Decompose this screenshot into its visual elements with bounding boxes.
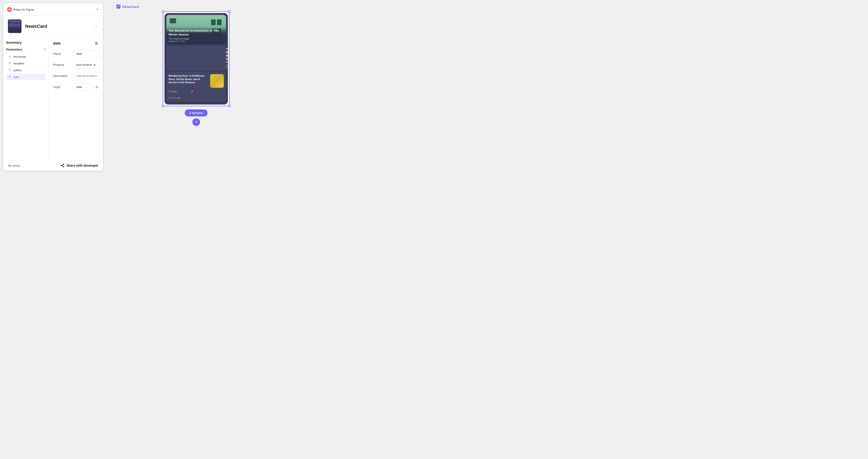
text-icon-author: T [8, 68, 11, 72]
parameters-label: Parameters [6, 48, 22, 51]
svg-line-4 [62, 164, 63, 166]
canvas-component-label: NewsCard [116, 4, 139, 8]
layer-value: date [73, 83, 93, 91]
param-item-author[interactable]: T author [6, 67, 46, 73]
delete-button[interactable]: 🗑 [95, 41, 98, 45]
news-item-title-1: The New Method to Making Breakfast Crepe… [226, 48, 228, 64]
image-icon: ⊡ [8, 55, 11, 58]
selection-frame: The Wonderful Architectures of This Wint… [163, 11, 230, 106]
featured-content: The Wonderful Architectures of This Wint… [166, 27, 226, 44]
param-label-thumbnail: thumbnail [13, 55, 26, 58]
news-item-2: Wondering Hour: A Childhood Story, Grizz… [166, 72, 226, 102]
property-select-wrapper: text-content [73, 61, 98, 68]
description-field-row: Description [53, 72, 98, 80]
description-input[interactable] [73, 72, 103, 80]
svg-rect-7 [119, 5, 120, 6]
news-item-title-2: Wondering Hour: A Childhood Story, Grizz… [168, 74, 209, 84]
param-label-headline: headline [13, 62, 24, 65]
param-item-headline[interactable]: T headline [6, 60, 46, 66]
canvas-area: NewsCard [103, 0, 289, 181]
variants-badge[interactable]: 3 Variants [185, 110, 208, 117]
add-variant-button[interactable]: + [192, 118, 200, 126]
summary-sidebar: Summary Parameters + ⊡ thumbnail T headl… [3, 37, 49, 160]
app-header: Relay for Figma × [3, 3, 103, 16]
property-label: Property [53, 63, 73, 66]
layer-field-row: Layer date ⊕ [53, 83, 98, 91]
add-parameter-button[interactable]: + [43, 48, 46, 51]
target-icon[interactable]: ⊕ [95, 85, 98, 89]
featured-source: The Seasonal Sagas [168, 37, 224, 40]
no-errors-label: No errors [8, 164, 20, 167]
close-button[interactable]: × [95, 6, 99, 12]
component-info: NewsCard [8, 20, 47, 33]
text-icon-headline: T [8, 61, 11, 65]
news-item-date-2: 4 hours ago [168, 96, 181, 99]
svg-line-5 [62, 165, 63, 166]
param-item-date[interactable]: T date [6, 74, 46, 80]
share-icon [61, 163, 65, 167]
svg-point-2 [63, 166, 64, 167]
corner-handle-br [228, 105, 230, 107]
featured-date: August 25, 2021 [168, 40, 224, 42]
param-label-author: author [13, 68, 22, 72]
param-item-thumbnail[interactable]: ⊡ thumbnail [6, 53, 46, 60]
svg-rect-6 [117, 6, 119, 7]
component-label-icon [116, 4, 121, 8]
featured-title: The Wonderful Architectures of This Wint… [168, 29, 224, 37]
large-item-row: Wondering Hour: A Childhood Story, Grizz… [168, 74, 224, 88]
news-item-1: The New Method to Making Breakfast Crepe… [166, 46, 226, 70]
svg-point-3 [61, 165, 62, 166]
corner-handle-tl [162, 10, 164, 13]
canvas-component-name: NewsCard [122, 5, 139, 8]
variants-section: 3 Variants + [185, 110, 208, 126]
name-field-row: Name [53, 50, 98, 57]
param-label-date: date [13, 75, 19, 79]
left-panel: Relay for Figma × NewsCard ⋯ Summary Par… [3, 3, 103, 171]
detail-header: date 🗑 [53, 41, 98, 45]
panel-footer: No errors Share with developer [3, 160, 103, 171]
component-thumbnail [8, 20, 22, 33]
description-label: Description [53, 74, 73, 78]
app-title: Relay for Figma [13, 8, 34, 11]
news-item-meta-1: Morning Break November 10, 2021 [226, 64, 228, 69]
text-icon-date: T [8, 75, 11, 79]
news-card: The Wonderful Architectures of This Wint… [164, 13, 228, 104]
detail-panel: date 🗑 Name Property text-content Descri [49, 37, 103, 160]
header-left: Relay for Figma [7, 7, 34, 12]
news-items: The New Method to Making Breakfast Crepe… [164, 44, 228, 104]
name-label: Name [53, 52, 73, 55]
large-date-row: 4 hours ago ⋮ [168, 96, 224, 99]
corner-handle-bl [162, 105, 164, 107]
name-input[interactable] [73, 50, 103, 57]
news-item-source-2: The Bees [168, 90, 178, 93]
more-button[interactable]: ⋯ [94, 24, 98, 29]
relay-icon [7, 7, 12, 12]
layer-label: Layer [53, 85, 73, 89]
panel-body: Summary Parameters + ⊡ thumbnail T headl… [3, 37, 103, 160]
news-item-thumb-bees [210, 74, 224, 88]
property-field-row: Property text-content [53, 61, 98, 68]
component-header: NewsCard ⋯ [3, 16, 103, 37]
component-name: NewsCard [25, 24, 47, 29]
large-item-text: Wondering Hour: A Childhood Story, Grizz… [168, 74, 209, 85]
parameters-header: Parameters + [6, 48, 46, 51]
svg-point-1 [63, 164, 64, 165]
news-item-source-1: Morning Break [226, 64, 228, 69]
property-select[interactable]: text-content [73, 61, 95, 68]
share-button[interactable]: Share with developer [61, 163, 98, 167]
detail-title: date [53, 41, 61, 45]
share-label: Share with developer [66, 164, 98, 167]
svg-point-0 [8, 9, 10, 10]
corner-handle-tr [228, 10, 230, 13]
featured-article: The Wonderful Architectures of This Wint… [166, 15, 226, 44]
more-options-button[interactable]: ⋮ [221, 96, 224, 99]
summary-title: Summary [6, 40, 46, 44]
news-item-content-1: The New Method to Making Breakfast Crepe… [226, 48, 228, 69]
pink-dot-3 [191, 90, 193, 92]
